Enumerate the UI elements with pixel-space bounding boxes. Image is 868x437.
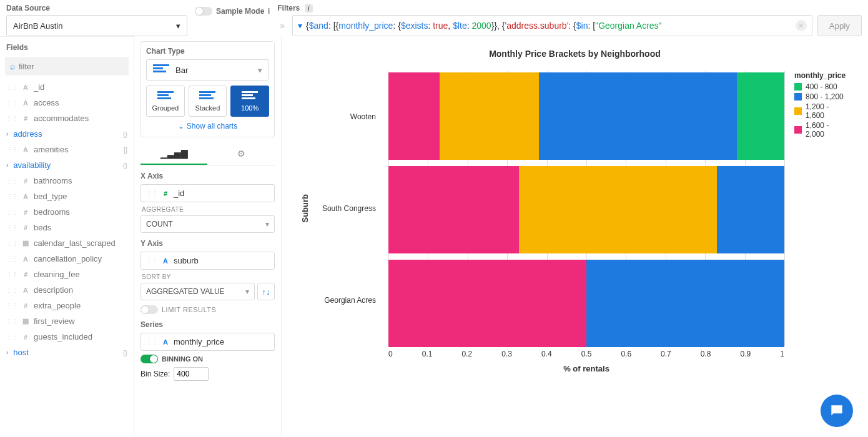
bin-size-input[interactable] — [174, 367, 209, 381]
chart-plot: 00.10.20.30.40.50.60.70.80.91 % of renta… — [388, 71, 784, 346]
field-name: extra_people — [34, 301, 81, 310]
x-axis-field[interactable]: ⋮⋮ # _id — [141, 184, 275, 202]
field-name: access — [34, 98, 59, 107]
x-tick-label: 0.3 — [501, 350, 512, 358]
fields-search[interactable]: ⌕ — [5, 57, 129, 76]
field-item[interactable]: ›address{} — [0, 126, 134, 142]
limit-results-toggle[interactable] — [141, 305, 158, 314]
field-item[interactable]: ⋮⋮Acancellation_policy — [0, 251, 134, 267]
x-tick-label: 0.4 — [541, 350, 552, 358]
field-item[interactable]: ⋮⋮Aaccess — [0, 95, 134, 110]
field-item[interactable]: ⋮⋮#bathrooms — [0, 173, 134, 189]
aggregate-select[interactable]: COUNT ▾ — [141, 215, 275, 233]
legend-item[interactable]: 1,200 - 1,600 — [794, 102, 849, 120]
series-section: Series ⋮⋮ A monthly_price BINNING ON Bin… — [141, 320, 275, 381]
bar-segment[interactable] — [539, 72, 737, 160]
data-source-section: Data Source AirBnB Austin ▾ — [6, 4, 187, 36]
field-item[interactable]: ⋮⋮Aamenities[] — [0, 142, 134, 157]
apply-button[interactable]: Apply — [817, 15, 862, 36]
layout-100pct-button[interactable]: 100% — [230, 86, 269, 117]
bar-segment[interactable] — [440, 72, 539, 160]
bar-segment[interactable] — [519, 166, 717, 253]
type-icon: A — [21, 255, 30, 263]
drag-icon: ⋮⋮ — [6, 287, 17, 293]
bar-segment[interactable] — [717, 166, 784, 253]
bar-segment[interactable] — [737, 72, 784, 160]
array-icon: [] — [124, 146, 127, 154]
field-name: _id — [34, 82, 44, 92]
info-icon[interactable]: i — [268, 6, 270, 16]
legend-item[interactable]: 400 - 800 — [794, 82, 849, 91]
drag-icon: ⋮⋮ — [6, 209, 17, 215]
bar-segment[interactable] — [388, 260, 586, 347]
clear-filter-icon[interactable]: ✕ — [796, 20, 807, 31]
chart-type-select[interactable]: Bar ▾ — [146, 59, 269, 81]
type-icon: # — [21, 333, 30, 341]
bar-segment[interactable] — [586, 260, 784, 347]
bar-segment[interactable] — [388, 166, 519, 253]
expand-icon[interactable]: » — [277, 21, 287, 31]
legend-label: 800 - 1,200 — [806, 92, 844, 101]
y-axis-field-name: suburb — [174, 256, 199, 265]
field-item[interactable]: ⋮⋮#guests_included — [0, 329, 134, 345]
field-item[interactable]: ⋮⋮#accommodates — [0, 110, 134, 126]
chart-type-card: Chart Type Bar ▾ GroupedStacked100% Show… — [141, 41, 275, 137]
tab-customize[interactable]: ⚙ — [207, 144, 274, 165]
binning-toggle[interactable] — [141, 355, 158, 363]
filters-section: Filters i » ▾ {$and: [{monthly_price: {$… — [277, 4, 862, 36]
legend-item[interactable]: 1,600 - 2,000 — [794, 121, 849, 139]
field-item[interactable]: ›availability{} — [0, 157, 134, 173]
field-item[interactable]: ⋮⋮Adescription — [0, 282, 134, 298]
bar-segment[interactable] — [388, 72, 440, 160]
info-icon[interactable]: i — [305, 4, 313, 12]
data-source-select[interactable]: AirBnB Austin ▾ — [6, 15, 187, 36]
legend-item[interactable]: 800 - 1,200 — [794, 92, 849, 101]
field-item[interactable]: ⋮⋮#beds — [0, 220, 134, 235]
help-fab[interactable] — [821, 395, 853, 427]
legend-label: 1,600 - 2,000 — [806, 121, 849, 139]
fields-panel: Fields ⌕ ⋮⋮A_id⋮⋮Aaccess⋮⋮#accommodates›… — [0, 36, 134, 436]
field-name: beds — [34, 223, 51, 232]
chart-title: Monthly Price Brackets by Neighborhood — [300, 49, 849, 59]
drag-icon: ⋮⋮ — [6, 99, 17, 106]
field-item[interactable]: ⋮⋮#cleaning_fee — [0, 267, 134, 282]
legend: monthly_price 400 - 800800 - 1,2001,200 … — [794, 71, 849, 140]
y-tick-label: Wooten — [322, 73, 376, 160]
series-field-name: monthly_price — [174, 337, 224, 346]
caret-down-icon: ▾ — [245, 287, 249, 296]
series-field[interactable]: ⋮⋮ A monthly_price — [141, 333, 275, 351]
field-item[interactable]: ⋮⋮A_id — [0, 79, 134, 95]
sort-direction-button[interactable]: ↑↓ — [257, 283, 275, 300]
drag-icon: ⋮⋮ — [146, 257, 157, 264]
layout-stacked-button[interactable]: Stacked — [189, 86, 227, 117]
drag-icon: ⋮⋮ — [6, 224, 17, 231]
field-item[interactable]: ›host{} — [0, 345, 134, 360]
object-icon: {} — [123, 162, 127, 169]
drag-icon: ⋮⋮ — [6, 84, 17, 91]
field-name: availability — [13, 160, 51, 170]
drag-icon: ⋮⋮ — [146, 190, 157, 197]
type-icon: # — [21, 177, 30, 185]
field-item[interactable]: ⋮⋮Abed_type — [0, 189, 134, 204]
layout-icon — [157, 91, 174, 102]
field-name: cleaning_fee — [34, 270, 80, 279]
layout-grouped-button[interactable]: Grouped — [146, 86, 185, 117]
fields-search-input[interactable] — [19, 62, 124, 71]
field-item[interactable]: ⋮⋮▦calendar_last_scraped — [0, 235, 134, 251]
drag-icon: ⋮⋮ — [6, 193, 17, 200]
y-axis-field[interactable]: ⋮⋮ A suburb — [141, 252, 275, 270]
show-all-charts-link[interactable]: Show all charts — [146, 117, 269, 132]
field-item[interactable]: ⋮⋮▦first_review — [0, 313, 134, 329]
field-item[interactable]: ⋮⋮#extra_people — [0, 298, 134, 313]
legend-title: monthly_price — [794, 71, 849, 80]
filter-query-input[interactable]: ▾ {$and: [{monthly_price: {$exists: true… — [292, 15, 812, 36]
sort-by-select[interactable]: AGGREGATED VALUE ▾ — [141, 283, 255, 300]
encoding-tabs: ▁▃▅▇ ⚙ — [141, 144, 275, 165]
caret-down-icon: ▾ — [265, 220, 269, 228]
tab-encode[interactable]: ▁▃▅▇ — [141, 144, 207, 165]
encoding-panel: Chart Type Bar ▾ GroupedStacked100% Show… — [134, 36, 282, 436]
field-name: host — [13, 348, 29, 357]
sample-mode-toggle[interactable] — [195, 7, 212, 16]
field-item[interactable]: ⋮⋮#bedrooms — [0, 204, 134, 220]
aggregate-value: COUNT — [146, 220, 173, 228]
